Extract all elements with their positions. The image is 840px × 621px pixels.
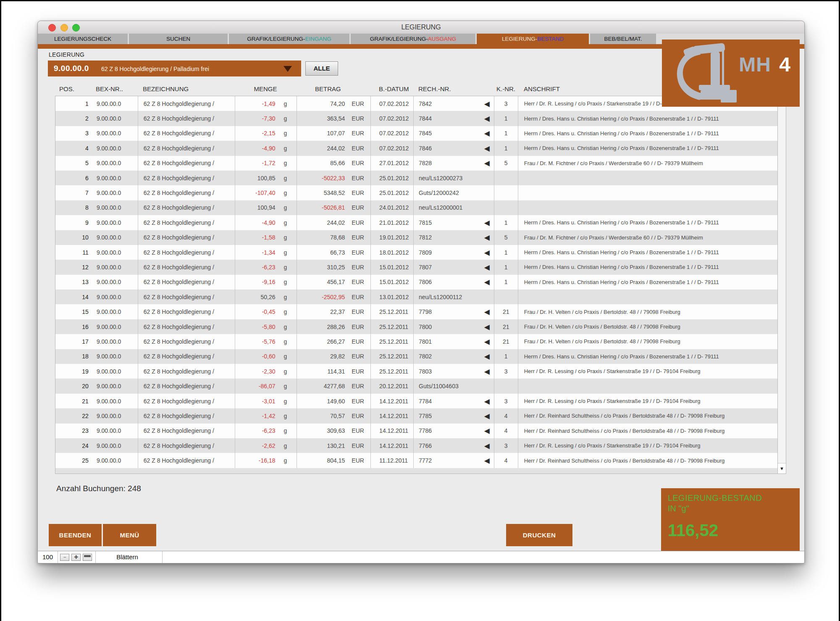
legierung-dropdown[interactable]: 9.00.00.0 62 Z 8 Hochgoldlegierung / Pal… [48, 61, 301, 76]
table-row[interactable]: 49.00.00.062 Z 8 Hochgoldlegierung /-4,9… [55, 141, 777, 155]
table-row[interactable]: 249.00.00.062 Z 8 Hochgoldlegierung /-2,… [55, 438, 777, 453]
cell-menge: -4,90g [235, 141, 297, 155]
cell-rech-nr: 7785◀ [413, 408, 494, 423]
blaettern-button[interactable]: Blättern [96, 551, 159, 563]
cell-anschrift: Herrn / Dres. Hans u. Christian Hering /… [518, 141, 777, 155]
table-row[interactable]: 239.00.00.062 Z 8 Hochgoldlegierung /-6,… [55, 424, 777, 438]
row-marker-icon[interactable]: ◀ [484, 234, 490, 241]
table-row[interactable]: 219.00.00.062 Z 8 Hochgoldlegierung /-3,… [55, 394, 777, 408]
header-k-nr: K.-NR. [494, 84, 518, 96]
table-row[interactable]: 169.00.00.062 Z 8 Hochgoldlegierung /-5,… [55, 319, 777, 334]
tab-grafik-legierung-eingang[interactable]: GRAFIK/LEGIERUNG-EINGANG [229, 34, 349, 44]
row-marker-icon[interactable]: ◀ [484, 219, 490, 226]
table-row[interactable]: 259.00.00.062 Z 8 Hochgoldlegierung /-16… [55, 453, 777, 468]
cell-bezeichnung: 62 Z 8 Hochgoldlegierung / [138, 215, 235, 230]
row-marker-icon[interactable]: ◀ [484, 249, 490, 256]
cell-menge: -0,45g [235, 304, 297, 319]
scroll-down-icon[interactable]: ▼ [778, 463, 786, 474]
row-marker-icon[interactable]: ◀ [484, 397, 490, 405]
row-marker-icon[interactable]: ◀ [484, 442, 490, 449]
row-marker-icon[interactable]: ◀ [484, 457, 490, 464]
table-row[interactable]: 179.00.00.062 Z 8 Hochgoldlegierung /-5,… [55, 334, 777, 349]
row-marker-icon[interactable]: ◀ [484, 338, 490, 345]
row-marker-icon[interactable]: ◀ [484, 412, 490, 419]
currency-label: EUR [352, 353, 364, 360]
alle-button[interactable]: ALLE [305, 61, 338, 76]
table-row[interactable]: 139.00.00.062 Z 8 Hochgoldlegierung /-9,… [55, 275, 777, 289]
vertical-scrollbar[interactable]: ▲ ▼ [777, 96, 786, 474]
row-marker-icon[interactable]: ◀ [484, 368, 490, 375]
table-row[interactable]: 199.00.00.062 Z 8 Hochgoldlegierung /-2,… [55, 364, 777, 379]
cell-k-nr: 4 [494, 408, 518, 423]
table-row[interactable]: 109.00.00.062 Z 8 Hochgoldlegierung /-1,… [55, 230, 777, 245]
table-row[interactable]: 29.00.00.062 Z 8 Hochgoldlegierung /-7,3… [55, 111, 777, 126]
row-marker-icon[interactable]: ◀ [484, 353, 490, 360]
table-row[interactable]: 149.00.00.062 Z 8 Hochgoldlegierung /50,… [55, 289, 777, 304]
tab-legierungscheck[interactable]: LEGIERUNGSCHECK [38, 34, 128, 44]
betrag-value: 29,82 [297, 353, 345, 360]
cell-pos: 8 [55, 200, 94, 215]
cell-betrag: 266,27EUR [297, 334, 370, 349]
cell-betrag: 456,17EUR [297, 275, 370, 289]
table-row[interactable]: 99.00.00.062 Z 8 Hochgoldlegierung /-4,9… [55, 215, 777, 230]
unit-label: g [284, 383, 287, 389]
zoom-in-icon[interactable]: ✚ [71, 554, 81, 561]
cell-betrag: 107,07EUR [297, 126, 370, 141]
header-rech-nr: RECH.-NR. [413, 84, 494, 96]
menge-value: -2,62 [235, 442, 276, 449]
cell-bex-nr: 9.00.00.0 [94, 289, 138, 304]
cell-betrag: 804,15EUR [297, 453, 370, 468]
menue-button[interactable]: MENÜ [103, 524, 156, 546]
table-row[interactable]: 189.00.00.062 Z 8 Hochgoldlegierung /-0,… [55, 349, 777, 364]
row-marker-icon[interactable]: ◀ [484, 145, 490, 152]
tab-suchen[interactable]: SUCHEN [129, 34, 228, 44]
tab-label: BEB/BEL/MAT. [604, 36, 642, 42]
row-marker-icon[interactable]: ◀ [484, 115, 490, 122]
row-marker-icon[interactable]: ◀ [484, 160, 490, 167]
row-marker-icon[interactable]: ◀ [484, 263, 490, 271]
cell-rech-nr: 7800◀ [413, 319, 494, 334]
row-marker-icon[interactable]: ◀ [484, 323, 490, 330]
cell-menge: -1,34g [235, 245, 297, 260]
table-row[interactable]: 209.00.00.062 Z 8 Hochgoldlegierung /-86… [55, 379, 777, 393]
table-row[interactable]: 229.00.00.062 Z 8 Hochgoldlegierung /-1,… [55, 408, 777, 423]
row-marker-icon[interactable]: ◀ [484, 279, 490, 286]
table-row[interactable]: 59.00.00.062 Z 8 Hochgoldlegierung /-1,7… [55, 156, 777, 171]
row-marker-icon[interactable]: ◀ [484, 308, 490, 316]
cell-anschrift: Herrn / Dres. Hans u. Christian Hering /… [518, 260, 777, 274]
menge-value: -4,90 [235, 145, 276, 152]
table-row[interactable]: 89.00.00.062 Z 8 Hochgoldlegierung /100,… [55, 200, 777, 215]
cell-rech-nr: neu/Ls12000273 [413, 171, 494, 185]
table-row[interactable]: 69.00.00.062 Z 8 Hochgoldlegierung /100,… [55, 171, 777, 185]
tab-beb-bel-mat[interactable]: BEB/BEL/MAT. [590, 34, 656, 44]
table-row[interactable]: 129.00.00.062 Z 8 Hochgoldlegierung /-6,… [55, 260, 777, 274]
cell-betrag: 85,66EUR [297, 156, 370, 171]
table-row[interactable]: 119.00.00.062 Z 8 Hochgoldlegierung /-1,… [55, 245, 777, 260]
cell-k-nr: 3 [494, 438, 518, 453]
content-area: LEGIERUNG 9.00.00.0 62 Z 8 Hochgoldlegie… [38, 49, 804, 552]
table-row[interactable]: 39.00.00.062 Z 8 Hochgoldlegierung /-2,1… [55, 126, 777, 141]
row-marker-icon[interactable]: ◀ [484, 130, 490, 137]
partial-row [55, 468, 777, 474]
row-marker-icon[interactable]: ◀ [484, 100, 490, 107]
cell-bezeichnung: 62 Z 8 Hochgoldlegierung / [138, 408, 235, 423]
table-row[interactable]: 79.00.00.062 Z 8 Hochgoldlegierung /-107… [55, 185, 777, 200]
zoom-out-icon[interactable]: − [60, 554, 69, 561]
cell-pos: 21 [55, 394, 94, 408]
page-layout-icon[interactable] [83, 554, 92, 561]
table-row[interactable]: 159.00.00.062 Z 8 Hochgoldlegierung /-0,… [55, 304, 777, 319]
menge-value: -0,60 [235, 353, 276, 360]
cell-menge: 100,94g [235, 200, 297, 215]
drucken-button[interactable]: DRUCKEN [506, 524, 572, 546]
beenden-button[interactable]: BEENDEN [49, 524, 102, 546]
cell-betrag: 244,02EUR [297, 215, 370, 230]
tab-legierung-bestand[interactable]: LEGIERUNG-BESTAND [477, 34, 589, 44]
tab-grafik-legierung-ausgang[interactable]: GRAFIK/LEGIERUNG-AUSGANG [351, 34, 475, 44]
betrag-value: 107,07 [297, 130, 345, 137]
cell-betrag: -5022,33EUR [297, 171, 370, 185]
cell-k-nr [494, 185, 518, 200]
cell-pos: 3 [55, 126, 94, 141]
unit-label: g [284, 264, 287, 271]
rech-nr-value: Guts/12000242 [419, 189, 459, 196]
row-marker-icon[interactable]: ◀ [484, 427, 490, 434]
